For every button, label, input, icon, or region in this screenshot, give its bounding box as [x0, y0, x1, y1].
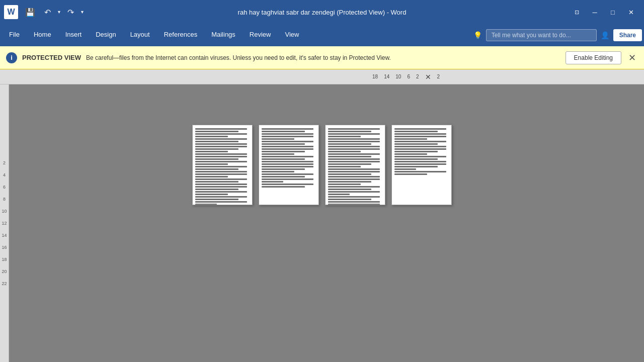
side-ruler-16: 16	[2, 245, 7, 250]
tab-design[interactable]: Design	[89, 24, 123, 46]
text-line	[394, 166, 438, 167]
ruler-cursor-icon: ✕	[425, 73, 431, 81]
horizontal-ruler: 18 14 10 6 2 ✕ 2	[0, 69, 644, 84]
tab-file[interactable]: File	[2, 24, 27, 46]
tab-mailings[interactable]: Mailings	[204, 24, 243, 46]
enable-editing-button[interactable]: Enable Editing	[566, 51, 621, 64]
main-wrapper: W 💾 ↶ ▼ ↷ ▼ rah hay taghviat sabr dar ze…	[0, 0, 644, 362]
quick-access-dropdown[interactable]: ▼	[79, 8, 86, 17]
text-line	[262, 166, 313, 167]
user-icon: 👤	[601, 31, 609, 39]
text-line	[195, 141, 238, 142]
undo-button[interactable]: ↶	[40, 6, 55, 19]
tab-home-label: Home	[34, 31, 51, 38]
text-line	[328, 141, 380, 142]
tab-references-label: References	[164, 31, 197, 38]
text-line	[394, 133, 446, 135]
text-line	[394, 136, 446, 137]
text-line	[195, 131, 238, 132]
ruler-num-2b: 2	[437, 74, 440, 79]
text-line	[195, 184, 247, 185]
tab-review[interactable]: Review	[243, 24, 278, 46]
text-line	[262, 176, 305, 177]
side-ruler-10: 10	[2, 209, 7, 214]
ruler-num-6: 6	[407, 74, 410, 79]
maximize-button[interactable]: □	[604, 5, 622, 19]
tab-view-label: View	[285, 31, 299, 38]
text-line	[195, 151, 228, 152]
ribbon-right: 💡 👤 Share	[473, 24, 642, 46]
text-line	[195, 158, 238, 160]
text-line	[262, 151, 305, 152]
ruler-num-18: 18	[372, 74, 378, 79]
side-ruler-4: 4	[3, 172, 6, 177]
page-3-content	[326, 125, 385, 205]
minimize-button[interactable]: ─	[586, 5, 604, 19]
title-bar-left: W 💾 ↶ ▼ ↷ ▼	[4, 5, 86, 19]
title-text: rah hay taghviat sabr dar zendegi (Prote…	[238, 9, 407, 16]
text-line	[195, 196, 247, 198]
text-line	[394, 168, 416, 170]
restore-down-button[interactable]: ⊡	[568, 5, 586, 19]
banner-label: PROTECTED VIEW	[22, 54, 81, 61]
text-line	[262, 178, 313, 180]
text-line	[394, 141, 446, 142]
text-line	[328, 151, 361, 152]
redo-button[interactable]: ↷	[63, 6, 78, 19]
text-line	[262, 131, 305, 132]
tab-layout[interactable]: Layout	[123, 24, 157, 46]
text-line	[328, 199, 371, 200]
side-ruler-14: 14	[2, 233, 7, 238]
text-line	[195, 133, 247, 135]
text-line	[195, 186, 247, 188]
text-line	[394, 128, 446, 130]
side-ruler-20: 20	[2, 269, 7, 274]
search-input[interactable]	[486, 29, 597, 41]
text-line	[195, 136, 228, 137]
text-line	[328, 158, 380, 160]
tab-home[interactable]: Home	[27, 24, 58, 46]
undo-dropdown[interactable]: ▼	[56, 8, 62, 17]
text-line	[394, 156, 446, 157]
banner-icon-text: i	[11, 54, 13, 61]
text-line	[195, 171, 247, 172]
text-line	[195, 161, 247, 162]
text-line	[195, 163, 228, 165]
save-button[interactable]: 💾	[21, 6, 39, 19]
title-bar: W 💾 ↶ ▼ ↷ ▼ rah hay taghviat sabr dar ze…	[0, 0, 644, 24]
close-button[interactable]: ✕	[622, 5, 640, 19]
tab-insert[interactable]: Insert	[58, 24, 89, 46]
text-line	[195, 189, 238, 190]
text-line	[195, 194, 228, 195]
text-line	[328, 133, 380, 135]
share-button[interactable]: Share	[613, 29, 642, 41]
text-line	[262, 141, 313, 142]
text-line	[195, 146, 247, 147]
text-line	[195, 178, 247, 180]
text-line	[262, 138, 294, 140]
ruler-num-14: 14	[384, 74, 389, 79]
text-line	[262, 161, 313, 162]
text-line	[394, 131, 438, 132]
tab-view[interactable]: View	[278, 24, 306, 46]
banner-close-button[interactable]: ✕	[626, 52, 638, 63]
document-title: rah hay taghviat sabr dar zendegi (Prote…	[238, 9, 407, 16]
text-line	[262, 156, 313, 157]
text-line	[394, 163, 446, 165]
text-line	[394, 173, 427, 175]
text-line	[262, 128, 313, 130]
tab-design-label: Design	[96, 31, 116, 38]
text-line	[262, 133, 313, 135]
text-line	[195, 173, 247, 175]
banner-close-icon: ✕	[628, 53, 636, 63]
tab-references[interactable]: References	[157, 24, 204, 46]
text-line	[195, 138, 247, 140]
text-line	[262, 186, 305, 188]
text-line	[195, 201, 247, 203]
text-line	[328, 191, 380, 193]
text-line	[195, 143, 247, 145]
text-line	[328, 184, 361, 185]
text-line	[328, 194, 350, 195]
side-ruler-2: 2	[3, 160, 6, 165]
ruler-num-10: 10	[395, 74, 401, 79]
